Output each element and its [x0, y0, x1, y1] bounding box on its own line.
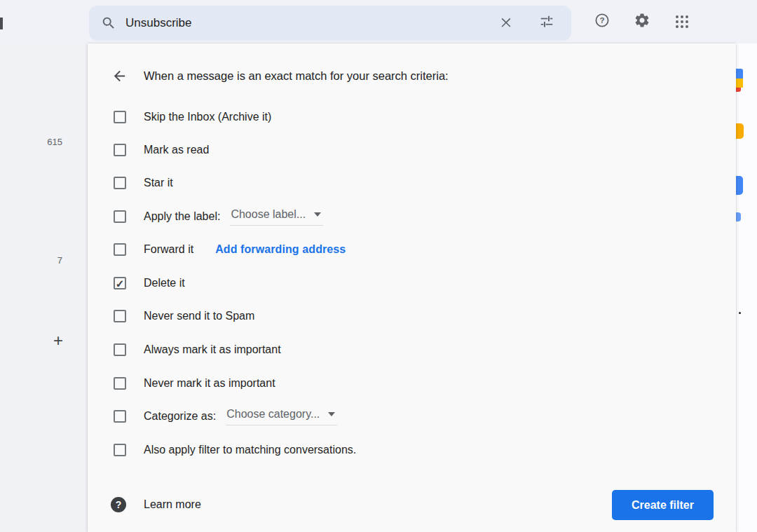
- checkbox-star-it[interactable]: [114, 177, 126, 189]
- row-label: Apply the label:: [144, 210, 220, 223]
- sidebar-strip: 615 7 +: [0, 43, 88, 532]
- filter-option-row: Forward it Add forwarding address: [88, 240, 736, 259]
- row-label: Also apply filter to matching conversati…: [144, 444, 356, 456]
- side-panel-strip: [736, 43, 757, 532]
- contacts-icon-fragment: [736, 212, 741, 221]
- chevron-down-icon: [314, 212, 321, 217]
- settings-button[interactable]: [628, 8, 656, 36]
- dropdown-value: Choose category...: [226, 408, 320, 421]
- checkbox-delete-it[interactable]: ✓: [114, 277, 126, 289]
- gear-icon: [634, 12, 650, 32]
- checkbox-always-important[interactable]: [114, 343, 126, 356]
- checkbox-never-important[interactable]: [114, 377, 126, 390]
- apps-button[interactable]: [668, 8, 696, 36]
- checkbox-forward-it[interactable]: [114, 243, 126, 256]
- filter-option-row: Categorize as: Choose category...: [88, 407, 736, 425]
- clear-search-button[interactable]: [492, 9, 520, 37]
- learn-more-link[interactable]: ? Learn more: [111, 497, 201, 512]
- search-icon: [101, 15, 116, 31]
- checkbox-mark-as-read[interactable]: [114, 144, 126, 156]
- filter-option-row: Apply the label: Choose label...: [88, 207, 736, 226]
- create-filter-button[interactable]: Create filter: [612, 490, 714, 520]
- search-bar[interactable]: Unsubscribe: [89, 6, 571, 41]
- dialog-title: When a message is an exact match for you…: [144, 69, 449, 83]
- tune-icon: [539, 14, 554, 32]
- back-arrow-icon: [111, 68, 128, 87]
- label-count-badge: 7: [0, 255, 62, 266]
- unread-count-badge: 615: [0, 137, 62, 147]
- checkbox-apply-label[interactable]: [114, 210, 126, 223]
- top-bar: Unsubscribe: [0, 0, 757, 43]
- learn-more-label: Learn more: [144, 498, 201, 511]
- tasks-icon-fragment: [736, 176, 743, 195]
- row-label: Always mark it as important: [144, 343, 281, 356]
- checkbox-also-apply[interactable]: [114, 444, 126, 456]
- help-icon: ?: [594, 12, 611, 32]
- checkbox-skip-inbox[interactable]: [114, 111, 126, 123]
- search-input[interactable]: Unsubscribe: [125, 16, 492, 30]
- row-label: Skip the Inbox (Archive it): [144, 111, 271, 123]
- chevron-down-icon: [328, 412, 335, 416]
- search-options-button[interactable]: [533, 9, 561, 37]
- svg-text:?: ?: [599, 16, 604, 25]
- help-button[interactable]: ?: [588, 8, 616, 36]
- side-panel-icon-fragment-yellow: [736, 79, 743, 88]
- row-label: Mark as read: [144, 144, 209, 156]
- dot-fragment: [739, 312, 741, 314]
- help-filled-icon: ?: [111, 497, 126, 512]
- back-button[interactable]: [111, 69, 128, 86]
- checkbox-categorize-as[interactable]: [114, 410, 126, 423]
- side-panel-icon-fragment-blue: [736, 69, 743, 79]
- side-panel-icon-fragment-red: [736, 88, 741, 92]
- row-label: Never send it to Spam: [144, 310, 254, 322]
- row-label: Star it: [144, 177, 173, 189]
- row-label: Delete it: [144, 277, 185, 289]
- filter-option-row: ✓ Delete it: [88, 274, 736, 292]
- checkbox-never-spam[interactable]: [114, 310, 126, 322]
- plus-icon[interactable]: +: [0, 331, 63, 350]
- keep-icon-fragment: [736, 123, 744, 139]
- choose-label-dropdown[interactable]: Choose label...: [230, 208, 323, 226]
- choose-category-dropdown[interactable]: Choose category...: [226, 408, 337, 425]
- apps-grid-icon: [676, 15, 688, 28]
- dropdown-value: Choose label...: [231, 208, 306, 221]
- filter-option-row: Never mark it as important: [88, 374, 736, 393]
- filter-option-row: Star it: [88, 174, 736, 192]
- filter-option-row: Skip the Inbox (Archive it): [88, 108, 736, 126]
- filter-option-row: Never send it to Spam: [88, 307, 736, 325]
- filter-option-row: Mark as read: [88, 141, 736, 159]
- row-label: Categorize as:: [144, 410, 216, 423]
- row-label: Never mark it as important: [144, 377, 275, 390]
- close-icon: [499, 15, 513, 32]
- topbar-actions: ?: [588, 8, 696, 36]
- filter-option-row: Also apply filter to matching conversati…: [88, 441, 736, 459]
- filter-option-row: Always mark it as important: [88, 341, 736, 359]
- add-forwarding-address-link[interactable]: Add forwarding address: [215, 243, 346, 256]
- menu-edge-fragment: [0, 18, 3, 29]
- create-filter-dialog: When a message is an exact match for you…: [88, 43, 736, 532]
- row-label: Forward it: [144, 243, 193, 256]
